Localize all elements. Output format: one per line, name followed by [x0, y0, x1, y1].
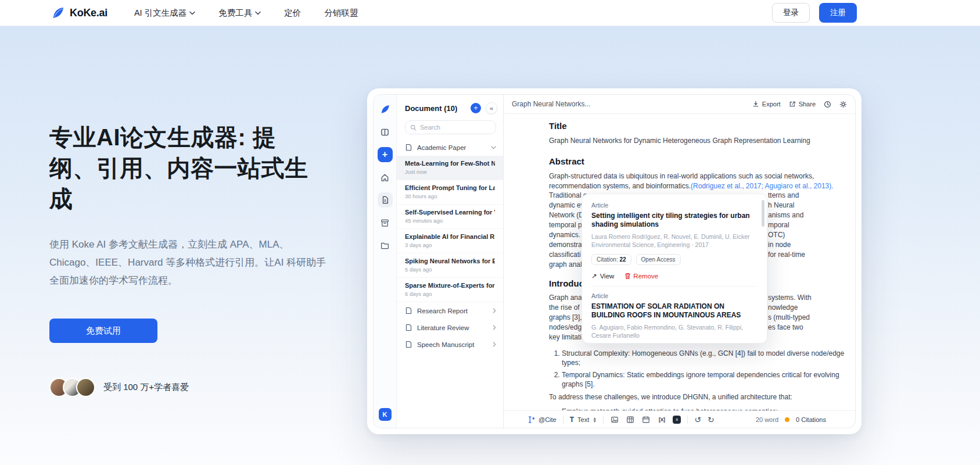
new-document-button[interactable]: + — [378, 147, 393, 162]
nav-item[interactable]: AI 引文生成器 — [134, 8, 195, 19]
nav-item-label: 分销联盟 — [324, 8, 358, 19]
share-button[interactable]: Share — [789, 101, 816, 108]
remove-button[interactable]: Remove — [624, 273, 658, 280]
hero-description: 使用 Koke AI 参考文献生成器，立刻生成 APA、MLA、Chicago、… — [49, 236, 331, 289]
nav-item-label: 免费工具 — [218, 8, 252, 19]
avatar — [76, 378, 95, 397]
citation-count-badge: Citation: 22 — [591, 254, 631, 265]
document-timestamp: 30 hours ago — [405, 193, 495, 199]
open-access-badge: Open Access — [636, 254, 681, 265]
brand-logo[interactable]: KoKe.ai — [51, 6, 107, 20]
archive-icon[interactable] — [378, 215, 393, 230]
folder-icon[interactable] — [378, 238, 393, 253]
section-academic-paper[interactable]: Academic Paper — [397, 140, 503, 156]
export-button[interactable]: Export — [752, 101, 781, 108]
document-timestamp: 45 minutes ago — [405, 217, 495, 224]
feather-logo-icon — [378, 102, 393, 117]
file-icon — [405, 144, 412, 151]
page-title: 专业AI论文生成器: 提纲、引用、内容一站式生成 — [49, 122, 317, 214]
free-trial-button[interactable]: 免费试用 — [49, 319, 157, 343]
layout-panel-icon[interactable] — [378, 124, 393, 140]
text-style-dropdown[interactable]: T Text ▲▼ — [570, 416, 597, 424]
document-title: Meta-Learning for Few-Shot NLP — [405, 160, 495, 167]
citation-status-dot — [785, 417, 789, 422]
abstract-line: recommendation systems, and bioinformati… — [549, 181, 847, 191]
embed-block-icon[interactable]: x — [673, 416, 681, 424]
chevron-down-icon — [255, 11, 261, 15]
document-timestamp: 5 days ago — [405, 266, 495, 273]
user-avatar[interactable]: K — [379, 408, 392, 421]
editor-toolbar: Graph Neural Networks... Export Share — [504, 95, 855, 114]
icon-rail: + K — [374, 95, 397, 428]
social-proof-label: 受到 100 万+学者喜爱 — [103, 382, 189, 393]
editor-footer-toolbar: @Cite T Text ▲▼ — [504, 410, 855, 428]
article-venue: Environmental Science, Engineering · 201… — [591, 241, 758, 249]
redo-button[interactable]: ↻ — [708, 415, 715, 424]
document-title: Efficient Prompt Tuning for Larg... — [405, 184, 495, 191]
folder-label: Research Report — [417, 307, 488, 314]
section-heading-abstract: Abstract — [549, 156, 847, 166]
document-timestamp: Just now — [405, 169, 495, 175]
citation-link[interactable]: (Rodriguez et al., 2017; Agugiaro et al.… — [691, 182, 834, 190]
documents-icon[interactable] — [378, 192, 393, 208]
add-document-button[interactable]: + — [471, 103, 481, 113]
document-list-item[interactable]: Meta-Learning for Few-Shot NLP Just now — [397, 156, 503, 180]
article-title: Setting intelligent city tiling strategi… — [591, 212, 758, 229]
numbered-list: Structural Complexity: Homogeneous GNNs … — [549, 349, 847, 389]
document-list-item[interactable]: Sparse Mixture-of-Experts for L... 6 day… — [397, 278, 503, 302]
text-style-icon: T — [570, 416, 574, 424]
calendar-icon[interactable] — [641, 415, 651, 424]
document-list-item[interactable]: Spiking Neural Networks for Edg... 5 day… — [397, 253, 503, 278]
sidebar-header: Document (10) + « — [397, 95, 503, 119]
chevron-down-icon — [491, 146, 496, 149]
folder-list-item[interactable]: Research Report — [397, 302, 503, 319]
nav-item[interactable]: 分销联盟 — [324, 8, 358, 19]
collapse-sidebar-button[interactable]: « — [486, 102, 497, 114]
document-list-item[interactable]: Self-Supervised Learning for Vid... 45 m… — [397, 205, 503, 229]
avatar-group — [49, 378, 95, 397]
chevron-down-icon — [189, 11, 195, 15]
folder-label: Literature Review — [417, 324, 488, 331]
nav-item-label: AI 引文生成器 — [134, 8, 186, 19]
citation-count: 0 Citations — [796, 416, 826, 423]
chevron-right-icon — [493, 342, 496, 347]
undo-button[interactable]: ↺ — [694, 415, 701, 424]
history-button[interactable] — [824, 101, 831, 108]
formula-icon[interactable]: [X] — [657, 415, 666, 424]
abstract-line: Graph-structured data is ubiquitous in r… — [549, 171, 847, 181]
document-title: Self-Supervised Learning for Vid... — [405, 209, 495, 216]
folder-list-item[interactable]: Literature Review — [397, 319, 503, 336]
document-list-item[interactable]: Explainable AI for Financial Risk... 3 d… — [397, 229, 503, 253]
folder-list-item[interactable]: Speech Manuscript — [397, 336, 503, 353]
nav-item[interactable]: 定价 — [284, 8, 301, 19]
view-button[interactable]: ↗ View — [591, 272, 614, 280]
login-button[interactable]: 登录 — [772, 3, 810, 23]
feather-logo-icon — [51, 6, 65, 20]
chevron-right-icon — [493, 308, 496, 313]
external-arrow-icon: ↗ — [591, 272, 597, 280]
brand-name: KoKe.ai — [70, 7, 107, 19]
document-list-item[interactable]: Efficient Prompt Tuning for Larg... 30 h… — [397, 180, 503, 205]
popover-scrollbar[interactable] — [762, 200, 764, 227]
nav-links: AI 引文生成器 免费工具 定价 分销联盟 — [134, 8, 772, 19]
document-list: Meta-Learning for Few-Shot NLP Just now … — [397, 156, 503, 302]
signup-button[interactable]: 注册 — [819, 3, 857, 23]
search-input[interactable] — [420, 124, 491, 131]
word-count: 20 word — [756, 416, 778, 423]
settings-button[interactable] — [839, 101, 847, 108]
home-icon[interactable] — [378, 170, 393, 185]
search-icon — [410, 124, 417, 131]
search-box[interactable] — [405, 120, 496, 134]
cite-button[interactable]: @Cite — [527, 416, 557, 424]
nav-actions: 登录 注册 — [772, 3, 857, 23]
gear-icon — [839, 101, 847, 108]
file-icon — [405, 324, 412, 331]
image-icon[interactable] — [610, 415, 619, 424]
chevron-right-icon — [493, 325, 496, 330]
paragraph: To address these challenges, we introduc… — [549, 392, 847, 402]
table-icon[interactable] — [626, 415, 635, 424]
section-heading-title: Title — [549, 121, 847, 131]
document-title-label: Graph Neural Networks... — [512, 100, 744, 108]
app-window: + K Document (10) + — [373, 94, 856, 428]
nav-item[interactable]: 免费工具 — [218, 8, 261, 19]
